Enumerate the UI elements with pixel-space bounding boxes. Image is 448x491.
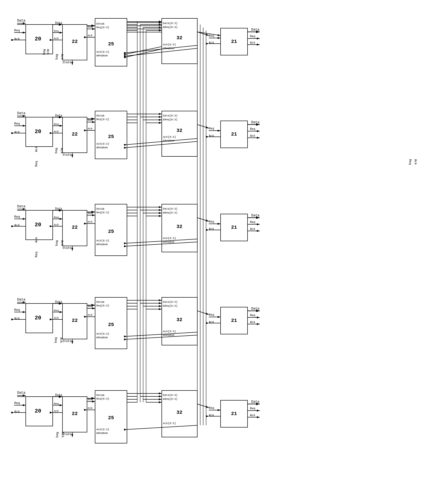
data-label-out-21-row2: Data — [251, 120, 260, 124]
svg-line-137 — [127, 138, 197, 145]
block25-label-row5: 25 — [108, 415, 114, 421]
data-label-in-20-row2: Data — [17, 111, 25, 115]
block25-reqnum-row3: &ReqNum — [96, 243, 108, 246]
req-label-in-20-row1: Req — [14, 29, 20, 32]
ack-out-21-row3: Ack — [250, 227, 255, 231]
req-ack-vertical-row1: Req — [35, 161, 38, 167]
block32-data03-row4: Data[0:3] — [163, 301, 177, 303]
data-label-out-21-row3: Data — [251, 214, 260, 217]
data-label-out-21-row4: Data — [251, 307, 260, 311]
block25-data-and-row1: Data& — [96, 22, 104, 25]
block32-label-row2: 32 — [176, 128, 182, 133]
data-label-out-21-row1: Data — [251, 28, 260, 32]
req-out-21-row1: Req — [250, 35, 255, 38]
ack-label-22-25-row2: Ack — [88, 127, 93, 130]
block25-label-row4: 25 — [108, 322, 114, 327]
req-out-21-row4: Req — [250, 314, 255, 317]
svg-line-135 — [127, 45, 197, 53]
ack-in-21-row4: Ack — [209, 321, 214, 324]
ack-label-in-20-row4: Ack — [14, 317, 20, 320]
block25-reqnum-row1: &ReqNum — [96, 54, 108, 57]
block22-label-row4: 22 — [72, 318, 78, 323]
block32-label-row3: 32 — [176, 224, 182, 229]
ack-label-20-22-row4: Ack — [54, 316, 59, 319]
req-label-20-22-row3: Req — [54, 216, 59, 219]
block25-ack03-row3: Ack[0:3] — [96, 239, 109, 242]
ack-label-22-25-row1: Ack — [88, 34, 93, 37]
block25-data-and-row3: Data& — [96, 207, 104, 210]
ack-vert-row5: Ack — [61, 432, 64, 438]
req-label-in-20-row3: Req — [14, 215, 20, 219]
block25-req03-row5: Req[0:3] — [96, 397, 109, 400]
ack-label-20-22-row5: Ack — [54, 410, 59, 413]
req-ack-vertical-row1b: Ack — [35, 146, 38, 152]
req-ack-vertical-row2: Req — [35, 252, 38, 257]
req-in-21-row1: Req — [209, 34, 214, 38]
req-in-21-row5: Req — [209, 406, 214, 410]
req-vert-row2: Req — [54, 148, 58, 153]
block32-label-row4: 32 — [176, 317, 182, 323]
data-label-in-20-row4: Data — [17, 298, 25, 302]
req-ack-side-row1b: Ack — [46, 49, 50, 55]
req-in-21-row2: Req — [209, 127, 214, 130]
ack-out-21-row2: Ack — [250, 134, 255, 138]
block21-label-row3: 21 — [231, 225, 237, 230]
ack-label-20-22-row1: Ack — [54, 37, 59, 40]
block32-data03-row1: Data[0:3] — [163, 22, 177, 25]
state-label-22-row4: State — [62, 340, 71, 343]
block22-label-row5: 22 — [72, 411, 78, 416]
block32-and-req03-row1: &Req[0:3] — [163, 26, 177, 29]
ack-in-21-row3: Ack — [209, 227, 214, 231]
block32-ack03-row5: Ack[0:3] — [163, 422, 176, 425]
ack-label-in-20-row1: Ack — [14, 37, 20, 41]
data-label-in-20-row3: Data — [17, 204, 25, 208]
block25-data-and-row4: Data& — [96, 301, 104, 303]
block32-ack03-row4: Ack[0:3] — [163, 330, 176, 333]
data-label-in-20-row1: Data — [17, 19, 25, 23]
req-vert-row3: Req — [55, 240, 59, 246]
data-label-20-22-row5: Data — [55, 393, 62, 397]
ack-vert-row3: Ack — [60, 240, 64, 246]
req-out-21-row2: Req — [250, 127, 255, 131]
req-label-20-22-row5: Req — [54, 402, 59, 405]
block22-label-row3: 22 — [72, 225, 78, 230]
req-label-in-20-row2: Req — [14, 122, 20, 126]
ack-vert-row4: Ack — [59, 337, 63, 343]
block25-reqnum-row5: &ReqNum — [96, 432, 108, 435]
req-label-in-20-row4: Req — [14, 308, 20, 312]
block22-label-row1: 22 — [72, 39, 78, 44]
ack-out-21-row1: Ack — [250, 41, 255, 45]
block21-label-row5: 21 — [231, 411, 237, 416]
data-label-20-22-row2: Data — [55, 114, 62, 117]
block32-and-req03-row4: &Req[0:3] — [163, 304, 177, 307]
ack-label-in-20-row2: Ack — [14, 130, 20, 134]
req-in-21-row3: Req — [209, 220, 214, 224]
block32-and-req03-row2: &Req[0:3] — [163, 118, 177, 121]
svg-line-136 — [127, 48, 197, 56]
block32-label-row5: 32 — [176, 410, 182, 415]
block25-ack03-row5: Ack[0:3] — [96, 428, 109, 431]
req-vert-row5: Req — [55, 432, 59, 438]
block25-req03-row1: Req[0:3] — [96, 26, 109, 29]
data-label-20-22-row1: Data — [55, 21, 62, 25]
req-vert-row4: Req — [54, 337, 58, 343]
state-label-22-row2: State — [62, 153, 71, 157]
block25-label-row2: 25 — [108, 134, 114, 139]
block20-label-row4: 20 — [35, 315, 41, 321]
ack-in-21-row5: Ack — [209, 414, 214, 417]
block32-ack03-row2: Ack[0:3] — [163, 136, 176, 138]
data-label-out-21-row5: Data — [251, 400, 260, 404]
block25-reqnum-row2: &ReqNum — [96, 146, 108, 149]
main-container: 20 Data Req Ack 22 Data Req Ack State — [0, 0, 448, 491]
req-vert-right: Req — [408, 159, 412, 165]
req-out-21-row5: Req — [250, 407, 255, 410]
diagram-svg: 20 Data Req Ack 22 Data Req Ack State — [0, 0, 448, 491]
block32-data03-row3: Data[0:3] — [163, 207, 177, 210]
ack-out-21-row5: Ack — [250, 414, 255, 417]
block32-data03-row2: Data[0:3] — [163, 114, 177, 117]
block32-and-req03-row5: &Req[0:3] — [163, 398, 177, 401]
block25-label-row1: 25 — [108, 41, 114, 47]
req-out-21-row3: Req — [250, 221, 255, 224]
ack-vert-right: Ack — [414, 159, 417, 165]
block32-ack03-row1: Ack[0:3] — [163, 43, 176, 46]
